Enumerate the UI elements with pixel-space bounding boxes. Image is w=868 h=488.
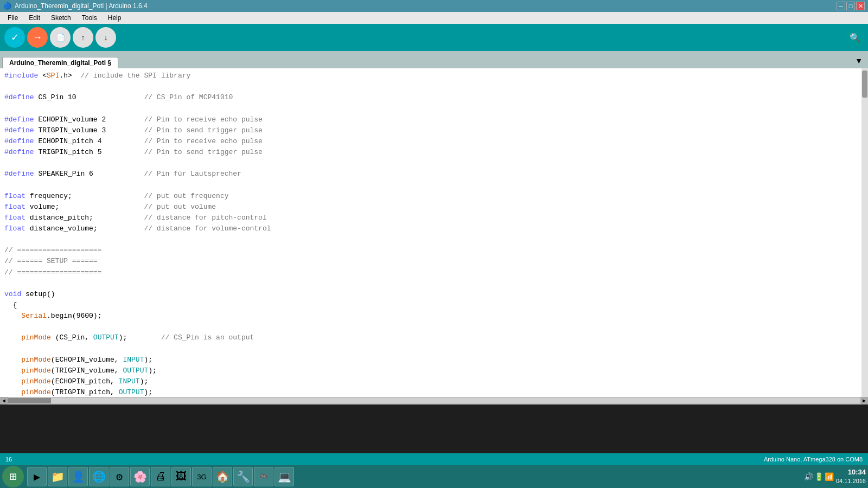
console-area bbox=[0, 404, 868, 453]
network-icon: 📶 bbox=[825, 472, 834, 481]
code-line: #define SPEAKER_Pin 6 // Pin für Lautspr… bbox=[4, 169, 857, 179]
verify-button[interactable]: ✓ bbox=[4, 27, 25, 48]
status-board: Arduino Nano, ATmega328 on COM8 bbox=[764, 456, 863, 463]
code-line: #define ECHOPIN_pitch 4 // Pin to receiv… bbox=[4, 136, 857, 147]
maximize-button[interactable]: □ bbox=[846, 2, 855, 10]
upload-button[interactable]: → bbox=[27, 27, 48, 48]
code-line: #include <SPI.h> // include the SPI libr… bbox=[4, 70, 857, 81]
taskbar-media-player[interactable]: ▶ bbox=[27, 467, 47, 486]
code-line bbox=[4, 234, 857, 245]
taskbar-clock: 10:34 04.11.2016 bbox=[836, 468, 866, 485]
code-line: // ==================== bbox=[4, 245, 857, 256]
code-line: #define CS_Pin 10 // CS_Pin of MCP41010 bbox=[4, 92, 857, 103]
code-line bbox=[4, 158, 857, 169]
menu-file[interactable]: File bbox=[2, 13, 23, 23]
menu-help[interactable]: Help bbox=[103, 13, 127, 23]
taskbar-tools[interactable]: 🔧 bbox=[233, 467, 253, 486]
tab-dropdown[interactable]: ▼ bbox=[852, 55, 866, 66]
code-line: // ====== SETUP ====== bbox=[4, 256, 857, 267]
editor-wrapper: #include <SPI.h> // include the SPI libr… bbox=[0, 68, 868, 397]
scroll-thumb-h[interactable] bbox=[8, 398, 51, 403]
tab-main[interactable]: Arduino_Theremin_digital_Poti § bbox=[2, 57, 118, 68]
tab-label: Arduino_Theremin_digital_Poti § bbox=[9, 59, 111, 67]
code-line bbox=[4, 322, 857, 332]
date-display: 04.11.2016 bbox=[836, 477, 866, 485]
taskbar-gallery[interactable]: 🖼 bbox=[171, 467, 191, 486]
taskbar-right: 🔊 🔋 📶 10:34 04.11.2016 bbox=[804, 468, 866, 485]
code-line bbox=[4, 103, 857, 114]
search-button[interactable]: 🔍 bbox=[846, 29, 864, 46]
volume-icon[interactable]: 🔊 bbox=[804, 472, 813, 481]
code-line bbox=[4, 278, 857, 289]
menu-edit[interactable]: Edit bbox=[23, 13, 46, 23]
code-line: float distance_volume; // distance for v… bbox=[4, 223, 857, 234]
code-line: float volume; // put out volume bbox=[4, 202, 857, 213]
code-line: pinMode(TRIGPIN_volume, OUTPUT); bbox=[4, 365, 857, 376]
title-bar-left: 🔵 Arduino_Theremin_digital_Poti | Arduin… bbox=[3, 2, 148, 10]
taskbar: ⊞ ▶ 📁 👤 🌐 ⚙ 🌸 🖨 🖼 3G 🏠 🔧 🎮 💻 🔊 🔋 📶 10:34… bbox=[0, 465, 868, 488]
taskbar-sys-icons: 🔊 🔋 📶 bbox=[804, 472, 834, 481]
code-line bbox=[4, 179, 857, 190]
code-editor[interactable]: #include <SPI.h> // include the SPI libr… bbox=[0, 68, 868, 397]
status-bar: 16 Arduino Nano, ATmega328 on COM8 bbox=[0, 453, 868, 465]
code-line: Serial.begin(9600); bbox=[4, 311, 857, 322]
taskbar-hp[interactable]: 🖨 bbox=[151, 467, 170, 486]
menu-sketch[interactable]: Sketch bbox=[46, 13, 76, 23]
code-line: // ==================== bbox=[4, 267, 857, 278]
title-bar: 🔵 Arduino_Theremin_digital_Poti | Arduin… bbox=[0, 0, 868, 12]
taskbar-settings[interactable]: ⚙ bbox=[110, 467, 129, 486]
code-line: float frequency; // put out frequency bbox=[4, 191, 857, 202]
scroll-track[interactable] bbox=[8, 398, 860, 403]
new-button[interactable]: 📄 bbox=[50, 27, 71, 48]
taskbar-home[interactable]: 🏠 bbox=[213, 467, 232, 486]
battery-icon[interactable]: 🔋 bbox=[814, 472, 824, 481]
vertical-scrollbar[interactable] bbox=[861, 68, 868, 397]
code-line: { bbox=[4, 300, 857, 311]
app-icon: 🔵 bbox=[3, 2, 11, 10]
taskbar-user[interactable]: 👤 bbox=[68, 467, 88, 486]
menu-bar: File Edit Sketch Tools Help bbox=[0, 12, 868, 24]
time-display: 10:34 bbox=[836, 468, 866, 477]
status-line: 16 bbox=[5, 456, 12, 463]
code-line: void setup() bbox=[4, 289, 857, 300]
code-line: #define TRIGPIN_pitch 5 // Pin to send t… bbox=[4, 147, 857, 158]
code-line: pinMode(ECHOPIN_volume, INPUT); bbox=[4, 355, 857, 365]
save-button[interactable]: ↓ bbox=[95, 27, 116, 48]
close-button[interactable]: ✕ bbox=[856, 2, 865, 10]
taskbar-extra[interactable]: 💻 bbox=[275, 467, 294, 486]
title-bar-controls[interactable]: ─ □ ✕ bbox=[837, 2, 865, 10]
code-line: pinMode (CS_Pin, OUTPUT); // CS_Pin is a… bbox=[4, 332, 857, 343]
minimize-button[interactable]: ─ bbox=[837, 2, 845, 10]
menu-tools[interactable]: Tools bbox=[76, 13, 103, 23]
code-line: pinMode(ECHOPIN_pitch, INPUT); bbox=[4, 376, 857, 387]
taskbar-arduino[interactable]: 🎮 bbox=[254, 467, 273, 486]
code-line: float distance_pitch; // distance for pi… bbox=[4, 213, 857, 223]
scroll-thumb[interactable] bbox=[862, 70, 867, 98]
horizontal-scrollbar[interactable]: ◀ ▶ bbox=[0, 397, 868, 404]
taskbar-3g[interactable]: 3G bbox=[192, 467, 212, 486]
code-line: #define ECHOPIN_volume 2 // Pin to recei… bbox=[4, 114, 857, 125]
tab-bar: Arduino_Theremin_digital_Poti § ▼ bbox=[0, 51, 868, 68]
code-line: #define TRIGPIN_volume 3 // Pin to send … bbox=[4, 125, 857, 136]
start-button[interactable]: ⊞ bbox=[2, 466, 24, 487]
taskbar-file-manager[interactable]: 📁 bbox=[48, 467, 67, 486]
taskbar-browser[interactable]: 🌐 bbox=[89, 467, 108, 486]
window-title: Arduino_Theremin_digital_Poti | Arduino … bbox=[15, 2, 148, 10]
open-button[interactable]: ↑ bbox=[73, 27, 93, 48]
code-line: pinMode(TRIGPIN_pitch, OUTPUT); bbox=[4, 387, 857, 397]
scroll-left-button[interactable]: ◀ bbox=[0, 397, 8, 404]
code-line bbox=[4, 81, 857, 92]
scroll-right-button[interactable]: ▶ bbox=[860, 397, 868, 404]
toolbar: ✓ → 📄 ↑ ↓ 🔍 bbox=[0, 24, 868, 51]
code-line bbox=[4, 344, 857, 355]
taskbar-photos[interactable]: 🌸 bbox=[130, 467, 150, 486]
